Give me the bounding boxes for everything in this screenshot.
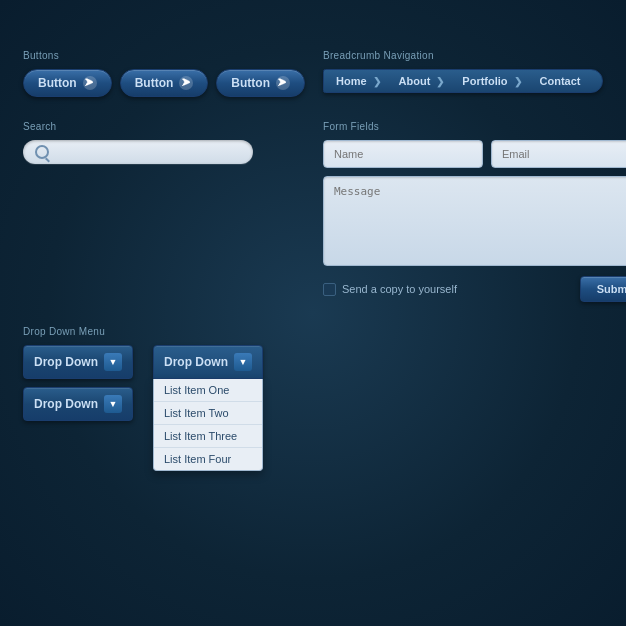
breadcrumb-arrow-2: ❯ <box>436 76 444 87</box>
search-label: Search <box>23 121 323 132</box>
buttons-group: Button ⮞ Button ⮞ Button ⮞ <box>23 69 323 97</box>
button-3-label: Button <box>231 76 270 90</box>
name-input[interactable] <box>323 140 483 168</box>
button-2[interactable]: Button ⮞ <box>120 69 209 97</box>
dropdown-open-btn[interactable]: Drop Down ▼ <box>153 345 263 379</box>
dropdown-closed-col: Drop Down ▼ Drop Down ▼ <box>23 345 133 421</box>
button-1[interactable]: Button ⮞ <box>23 69 112 97</box>
breadcrumb-home[interactable]: Home ❯ <box>324 70 389 92</box>
message-textarea[interactable] <box>323 176 626 266</box>
search-icon <box>35 145 49 159</box>
button-2-arrow-icon: ⮞ <box>179 76 193 90</box>
dropdown-menu-item-3[interactable]: List Item Three <box>154 425 262 448</box>
dropdown-btn-2-arrow-icon: ▼ <box>104 395 122 413</box>
copy-checkbox[interactable] <box>323 283 336 296</box>
dropdown-open-label: Drop Down <box>164 355 228 369</box>
form-message-row <box>323 176 626 270</box>
button-1-label: Button <box>38 76 77 90</box>
breadcrumb-nav: Home ❯ About ❯ Portfolio ❯ Contact <box>323 69 603 93</box>
dropdown-open-arrow-icon: ▼ <box>234 353 252 371</box>
dropdown-open-col: Drop Down ▼ List Item One List Item Two … <box>153 345 263 379</box>
breadcrumb-label: Breadcrumb Navigation <box>323 50 603 61</box>
button-3-arrow-icon: ⮞ <box>276 76 290 90</box>
breadcrumb-arrow-1: ❯ <box>373 76 381 87</box>
breadcrumb-portfolio[interactable]: Portfolio ❯ <box>452 70 529 92</box>
button-3[interactable]: Button ⮞ <box>216 69 305 97</box>
form-name-email-row <box>323 140 626 168</box>
dropdown-btn-1-label: Drop Down <box>34 355 98 369</box>
buttons-label: Buttons <box>23 50 323 61</box>
dropdown-menu-item-4[interactable]: List Item Four <box>154 448 262 470</box>
dropdown-menu-item-1[interactable]: List Item One <box>154 379 262 402</box>
dropdown-btn-2-label: Drop Down <box>34 397 98 411</box>
copy-checkbox-label[interactable]: Send a copy to yourself <box>323 283 457 296</box>
copy-label-text: Send a copy to yourself <box>342 283 457 295</box>
email-input[interactable] <box>491 140 626 168</box>
form-fields-label: Form Fields <box>323 121 626 132</box>
dropdown-btn-1-arrow-icon: ▼ <box>104 353 122 371</box>
search-input[interactable] <box>57 145 241 159</box>
dropdown-btn-2[interactable]: Drop Down ▼ <box>23 387 133 421</box>
submit-button[interactable]: Submit <box>580 276 626 302</box>
form-footer: Send a copy to yourself Submit <box>323 276 626 302</box>
breadcrumb-contact[interactable]: Contact <box>530 70 595 92</box>
search-box <box>23 140 253 164</box>
dropdown-menu-item-2[interactable]: List Item Two <box>154 402 262 425</box>
dropdown-menu: List Item One List Item Two List Item Th… <box>153 379 263 471</box>
dropdown-label: Drop Down Menu <box>23 326 323 337</box>
button-1-arrow-icon: ⮞ <box>83 76 97 90</box>
breadcrumb-arrow-3: ❯ <box>514 76 522 87</box>
button-2-label: Button <box>135 76 174 90</box>
dropdown-btn-1[interactable]: Drop Down ▼ <box>23 345 133 379</box>
breadcrumb-about[interactable]: About ❯ <box>389 70 453 92</box>
